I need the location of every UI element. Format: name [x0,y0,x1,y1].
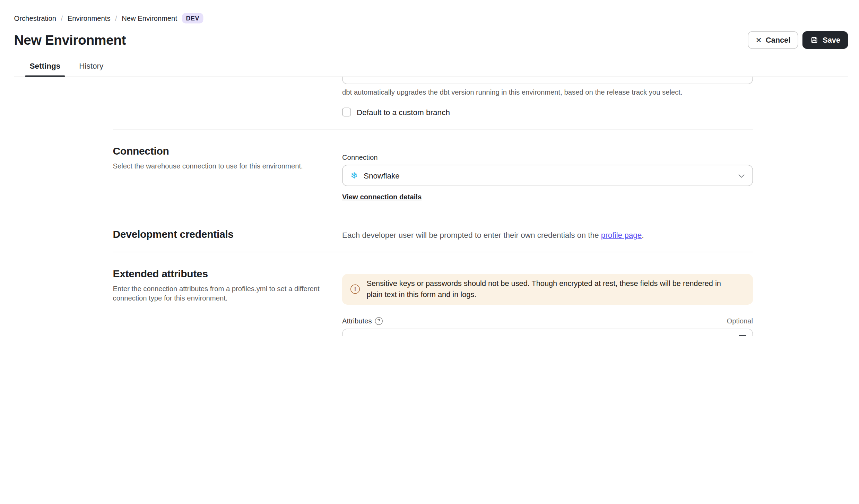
chevron-down-icon [739,172,745,178]
snowflake-icon: ❄ [350,171,358,180]
collapse-fold-icon[interactable] [739,335,746,336]
breadcrumb-separator: / [61,14,63,22]
breadcrumb-orchestration[interactable]: Orchestration [14,14,57,22]
custom-branch-label: Default to a custom branch [357,108,450,117]
save-icon [810,36,818,44]
section-divider [113,252,753,252]
header-actions: × Cancel Save [748,31,848,49]
extended-attributes-section: Extended attributes Enter the connection… [113,268,753,336]
release-track-helper: dbt automatically upgrades the dbt versi… [342,88,753,96]
new-environment-page: Orchestration / Environments / New Envir… [0,0,859,336]
sensitive-keys-warning-banner: ! Sensitive keys or passwords should not… [342,274,753,305]
warning-icon: ! [350,285,360,294]
connection-field-label: Connection [342,154,378,162]
connection-select-value: Snowflake [364,171,400,180]
cancel-button[interactable]: × Cancel [748,31,798,49]
page-title: New Environment [14,32,126,48]
close-icon: × [756,35,762,45]
extended-attributes-heading: Extended attributes [113,268,321,280]
cancel-button-label: Cancel [766,36,790,44]
release-track-input-partial[interactable] [342,77,753,85]
breadcrumb-separator: / [115,14,117,22]
section-divider [113,129,753,130]
breadcrumb-current-page: New Environment [122,14,177,22]
tab-history[interactable]: History [75,58,108,76]
optional-label: Optional [727,317,753,325]
tab-bar: Settings History [14,58,848,77]
connection-description: Select the warehouse connection to use f… [113,162,321,171]
settings-form: dbt automatically upgrades the dbt versi… [0,77,859,336]
connection-heading: Connection [113,145,321,157]
attributes-textarea[interactable] [342,329,753,336]
extended-attributes-description: Enter the connection attributes from a p… [113,285,321,304]
attributes-field-label: Attributes [342,317,372,325]
environment-type-badge: DEV [182,13,203,24]
title-row: New Environment × Cancel Save [14,31,848,49]
breadcrumb: Orchestration / Environments / New Envir… [14,13,848,24]
save-button[interactable]: Save [802,31,848,49]
breadcrumb-environments[interactable]: Environments [68,14,111,22]
development-credentials-heading: Development credentials [113,228,321,241]
profile-page-link[interactable]: profile page [601,231,642,240]
connection-section: Connection Select the warehouse connecti… [113,145,753,201]
help-icon[interactable]: ? [375,317,383,325]
connection-select[interactable]: ❄ Snowflake [342,165,753,186]
save-button-label: Save [823,36,840,44]
tab-settings[interactable]: Settings [25,58,65,76]
development-credentials-text: Each developer user will be prompted to … [342,231,753,240]
development-credentials-section: Development credentials Each developer u… [113,228,753,241]
page-header: Orchestration / Environments / New Envir… [0,0,859,77]
custom-branch-checkbox[interactable] [342,108,351,117]
warning-text: Sensitive keys or passwords should not b… [367,278,736,301]
custom-branch-checkbox-row[interactable]: Default to a custom branch [342,108,753,117]
view-connection-details-link[interactable]: View connection details [342,193,422,201]
